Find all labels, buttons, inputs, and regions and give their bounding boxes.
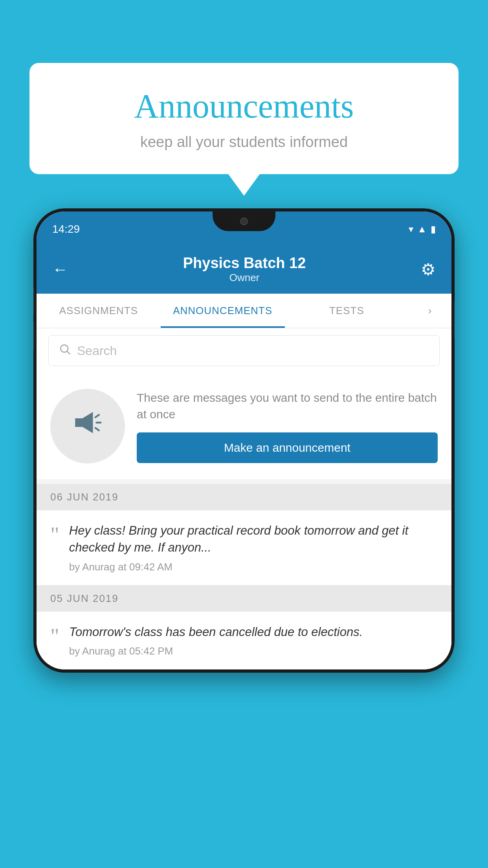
svg-rect-3: [75, 418, 83, 427]
svg-line-4: [95, 415, 99, 417]
megaphone-icon: [70, 405, 105, 448]
status-time: 14:29: [52, 223, 80, 235]
announcement-item-1[interactable]: " Hey class! Bring your practical record…: [37, 510, 451, 585]
signal-icon: ▲: [417, 224, 427, 235]
volume-down-button: [33, 322, 34, 350]
phone-screen: 14:29 ▾ ▲ ▮ ← Physics Batch 12 Owner ⚙: [37, 211, 451, 669]
status-bar: 14:29 ▾ ▲ ▮: [37, 211, 451, 247]
announcement-text-1: Hey class! Bring your practical record b…: [69, 522, 438, 556]
tab-more[interactable]: ›: [409, 294, 451, 328]
app-header: ← Physics Batch 12 Owner ⚙: [37, 247, 451, 294]
announcement-item-2[interactable]: " Tomorrow's class has been cancelled du…: [37, 612, 451, 669]
make-announcement-button[interactable]: Make an announcement: [137, 432, 438, 463]
batch-title: Physics Batch 12: [183, 255, 306, 272]
search-icon: [59, 343, 71, 359]
batch-role: Owner: [183, 272, 306, 284]
promo-text-area: These are messages you want to send to t…: [137, 390, 438, 463]
search-placeholder: Search: [77, 344, 117, 358]
announcement-text-wrapper-1: Hey class! Bring your practical record b…: [69, 522, 438, 573]
announcement-meta-1: by Anurag at 09:42 AM: [69, 561, 438, 573]
date-separator-2: 05 JUN 2019: [37, 585, 451, 612]
speech-bubble-subtitle: keep all your students informed: [61, 134, 427, 151]
search-bar: Search: [37, 328, 451, 373]
speech-bubble: Announcements keep all your students inf…: [29, 63, 459, 174]
phone-notch: [213, 211, 275, 231]
quote-icon-2: ": [50, 625, 59, 647]
wifi-icon: ▾: [409, 224, 413, 235]
promo-icon-circle: [50, 389, 125, 463]
announcement-text-2: Tomorrow's class has been cancelled due …: [69, 623, 438, 640]
tab-tests[interactable]: TESTS: [285, 294, 409, 328]
battery-icon: ▮: [431, 224, 436, 235]
announcement-text-wrapper-2: Tomorrow's class has been cancelled due …: [69, 623, 438, 657]
tab-assignments[interactable]: ASSIGNMENTS: [37, 294, 161, 328]
promo-description: These are messages you want to send to t…: [137, 390, 438, 423]
announcement-meta-2: by Anurag at 05:42 PM: [69, 645, 438, 657]
volume-up-button: [33, 287, 34, 314]
speech-bubble-tail: [228, 174, 260, 196]
phone-frame: 14:29 ▾ ▲ ▮ ← Physics Batch 12 Owner ⚙: [33, 208, 455, 868]
camera-notch: [240, 217, 248, 225]
promo-card: These are messages you want to send to t…: [37, 373, 451, 479]
svg-line-1: [67, 351, 70, 354]
content-area: Search: [37, 328, 451, 669]
tab-announcements[interactable]: ANNOUNCEMENTS: [161, 294, 285, 328]
speech-bubble-section: Announcements keep all your students inf…: [29, 63, 459, 196]
header-title-wrapper: Physics Batch 12 Owner: [183, 255, 306, 284]
power-button: [454, 303, 455, 338]
quote-icon-1: ": [50, 524, 59, 546]
svg-line-6: [95, 428, 99, 430]
back-button[interactable]: ←: [52, 261, 68, 278]
tabs-bar: ASSIGNMENTS ANNOUNCEMENTS TESTS ›: [37, 294, 451, 328]
date-separator-1: 06 JUN 2019: [37, 484, 451, 510]
status-icons: ▾ ▲ ▮: [409, 224, 436, 235]
phone-body: 14:29 ▾ ▲ ▮ ← Physics Batch 12 Owner ⚙: [33, 208, 455, 673]
settings-icon[interactable]: ⚙: [421, 260, 436, 279]
speech-bubble-title: Announcements: [61, 86, 427, 126]
search-input-wrapper[interactable]: Search: [48, 335, 440, 366]
svg-point-0: [61, 345, 68, 352]
